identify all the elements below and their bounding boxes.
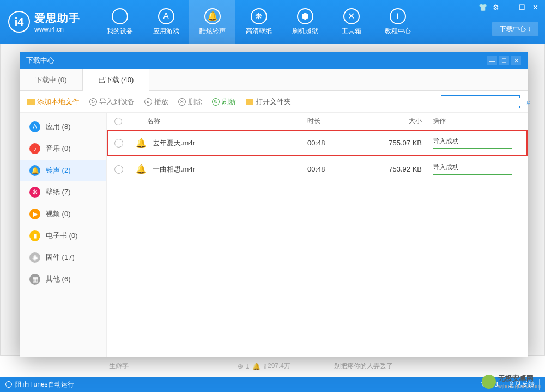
circle-icon [5,381,12,388]
nav-icon: A [158,8,174,24]
nav-教程中心[interactable]: i教程中心 [374,0,421,44]
category-icon: ▶ [29,209,40,219]
play-icon: ▸ [144,98,152,106]
sidebar-item-应用 (8)[interactable]: A应用 (8) [20,116,106,138]
download-center-dialog: 下载中心 — ☐ ✕ 下载中 (0)已下载 (40) 添加本地文件 ↻ 导入到设… [20,52,528,357]
category-icon: ▮ [29,230,40,241]
nav-高清壁纸[interactable]: ❋高清壁纸 [235,0,282,44]
close-icon[interactable]: ✕ [531,3,540,11]
search-box[interactable]: ⌕ [441,95,520,108]
import-icon: ↻ [89,98,97,106]
sidebar-item-铃声 (2)[interactable]: 🔔铃声 (2) [20,160,106,181]
progress-bar [433,148,512,149]
file-duration: 00:48 [307,165,378,173]
category-icon: ◉ [29,252,40,263]
file-name: 一曲相思.m4r [153,164,307,174]
nav-icon [112,8,128,24]
select-all-checkbox[interactable] [114,118,122,125]
category-icon: ♪ [29,143,40,154]
file-duration: 00:48 [307,139,378,147]
nav-刷机越狱[interactable]: ⬢刷机越狱 [282,0,328,44]
dialog-sidebar: A应用 (8)♪音乐 (0)🔔铃声 (2)❋壁纸 (7)▶视频 (0)▮电子书 … [20,113,107,357]
nav-icon: ✕ [343,8,360,24]
category-icon: ❋ [29,187,40,198]
itunes-toggle[interactable]: 阻止iTunes自动运行 [15,380,74,389]
sidebar-item-视频 (0)[interactable]: ▶视频 (0) [20,203,106,225]
skin-icon[interactable]: 👕 [479,3,487,11]
dialog-title: 下载中心 [26,56,55,65]
main-header: i4 爱思助手 www.i4.cn 我的设备A应用游戏🔔酷炫铃声❋高清壁纸⬢刷机… [0,0,545,44]
sidebar-item-壁纸 (7)[interactable]: ❋壁纸 (7) [20,181,106,203]
table-header: 名称 时长 大小 操作 [107,113,528,130]
category-icon: 🔔 [29,165,40,176]
maximize-icon[interactable]: ☐ [518,3,526,11]
category-icon: ▦ [29,274,40,285]
app-logo: i4 爱思助手 www.i4.cn [8,11,80,33]
download-center-button[interactable]: 下载中心 ↓ [492,22,538,36]
app-url: www.i4.cn [34,26,80,33]
file-name: 去年夏天.m4r [153,138,307,148]
app-name: 爱思助手 [34,11,80,26]
dialog-close-icon[interactable]: ✕ [511,56,521,65]
tab-已下载 (40)[interactable]: 已下载 (40) [83,69,150,91]
search-icon[interactable]: ⌕ [526,97,531,106]
col-operation[interactable]: 操作 [433,117,520,126]
add-local-file-button[interactable]: 添加本地文件 [27,97,80,107]
file-size: 755.07 KB [378,139,433,147]
table-row[interactable]: 🔔 去年夏天.m4r 00:48 755.07 KB 导入成功 [107,130,528,156]
refresh-icon: ↻ [212,98,220,106]
sidebar-item-音乐 (0)[interactable]: ♪音乐 (0) [20,138,106,160]
player-song: 生僻字 [109,362,129,371]
folder-icon [27,99,35,105]
folder-icon [246,99,253,105]
col-duration[interactable]: 时长 [307,117,378,126]
row-checkbox[interactable] [114,139,123,148]
delete-icon: ✕ [178,98,186,106]
nav-icon: ❋ [251,8,267,24]
col-size[interactable]: 大小 [378,117,433,126]
progress-bar [433,174,512,175]
nav-酷炫铃声[interactable]: 🔔酷炫铃声 [189,0,235,44]
table-row[interactable]: 🔔 一曲相思.m4r 00:48 753.92 KB 导入成功 [107,156,528,182]
minimize-icon[interactable]: — [505,3,513,11]
ringtone-icon: 🔔 [135,163,147,175]
nav-工具箱[interactable]: ✕工具箱 [328,0,374,44]
dialog-toolbar: 添加本地文件 ↻ 导入到设备 ▸ 播放 ✕ 删除 ↻ 刷新 打开文件夹 ⌕ [20,91,528,113]
nav-icon: 🔔 [204,8,221,24]
delete-button[interactable]: ✕ 删除 [178,97,202,107]
file-size: 753.92 KB [378,165,433,173]
sidebar-item-电子书 (0)[interactable]: ▮电子书 (0) [20,225,106,247]
dialog-minimize-icon[interactable]: — [487,56,497,65]
import-status: 导入成功 [433,137,520,146]
ringtone-icon: 🔔 [135,137,147,149]
play-button[interactable]: ▸ 播放 [144,97,168,107]
settings-icon[interactable]: ⚙ [492,3,500,11]
dialog-content: 名称 时长 大小 操作 🔔 去年夏天.m4r 00:48 755.07 KB 导… [107,113,528,357]
logo-icon: i4 [8,11,30,33]
search-input[interactable] [445,98,526,106]
nav-应用游戏[interactable]: A应用游戏 [143,0,189,44]
status-bar: 阻止iTunes自动运行 V7.93 意见反馈 [0,377,545,392]
dialog-titlebar[interactable]: 下载中心 — ☐ ✕ [20,52,528,69]
player-right-song: 别把疼你的人弄丢了 [334,362,393,371]
watermark: 无极安卓网 wjhotelgroup.com [482,373,541,389]
watermark-icon [482,375,496,389]
category-icon: A [29,121,40,132]
import-to-device-button[interactable]: ↻ 导入到设备 [89,97,135,107]
refresh-button[interactable]: ↻ 刷新 [212,97,236,107]
window-controls: 👕 ⚙ — ☐ ✕ [479,3,540,11]
col-name[interactable]: 名称 [131,117,307,126]
tab-下载中 (0)[interactable]: 下载中 (0) [20,69,83,90]
import-status: 导入成功 [433,163,520,172]
player-bar: 生僻字 ⊕ ⤓ 🔔 ⇪ 297.4万 别把疼你的人弄丢了 [0,355,545,377]
row-checkbox[interactable] [114,165,123,174]
nav-我的设备[interactable]: 我的设备 [96,0,143,44]
sidebar-item-其他 (6)[interactable]: ▦其他 (6) [20,268,106,290]
open-folder-button[interactable]: 打开文件夹 [246,97,291,107]
sidebar-item-固件 (17)[interactable]: ◉固件 (17) [20,247,106,268]
dialog-maximize-icon[interactable]: ☐ [499,56,509,65]
nav-icon: ⬢ [297,8,313,24]
nav-icon: i [390,8,406,24]
player-plays: 297.4万 [268,362,290,371]
